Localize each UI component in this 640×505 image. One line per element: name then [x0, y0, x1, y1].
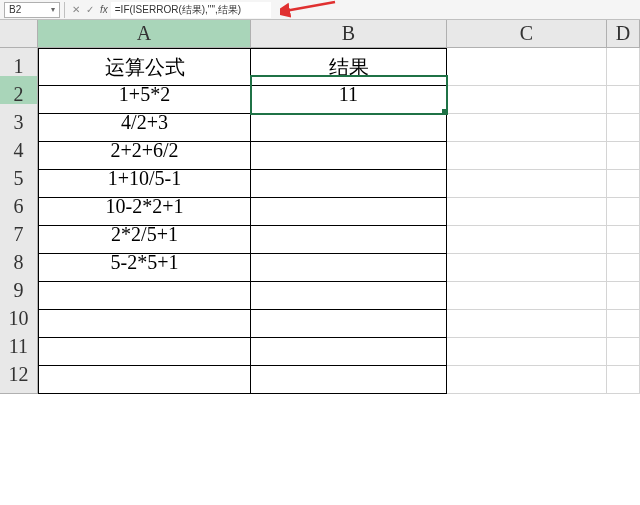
spreadsheet-grid[interactable]: A B C D 1 运算公式 结果 2 1+5*2 11 3 4/2+3 4 2…	[0, 20, 640, 384]
formula-input[interactable]: =IF(ISERROR(结果),"",结果)	[111, 2, 271, 18]
formula-bar: B2 ▾ ✕ ✓ fx =IF(ISERROR(结果),"",结果)	[0, 0, 640, 20]
annotation-arrow-icon	[280, 0, 340, 19]
row-header-12[interactable]: 12	[0, 356, 38, 394]
cell-B12[interactable]	[251, 356, 447, 394]
chevron-down-icon: ▾	[51, 5, 55, 14]
fx-icon[interactable]: fx	[100, 4, 108, 15]
cell-A12[interactable]	[38, 356, 251, 394]
separator	[64, 2, 65, 18]
formula-text: =IF(ISERROR(结果),"",结果)	[115, 3, 241, 17]
name-box[interactable]: B2 ▾	[4, 2, 60, 18]
col-header-D[interactable]: D	[607, 20, 640, 48]
cancel-formula-icon[interactable]: ✕	[69, 2, 83, 18]
cell-D12[interactable]	[607, 356, 640, 394]
cell-C12[interactable]	[447, 356, 607, 394]
cell-B2[interactable]: 11	[251, 76, 447, 114]
col-header-B[interactable]: B	[251, 20, 447, 48]
select-all-corner[interactable]	[0, 20, 38, 48]
confirm-formula-icon[interactable]: ✓	[83, 2, 97, 18]
svg-line-0	[285, 2, 335, 11]
col-header-C[interactable]: C	[447, 20, 607, 48]
name-box-value: B2	[9, 4, 21, 15]
col-header-A[interactable]: A	[38, 20, 251, 48]
